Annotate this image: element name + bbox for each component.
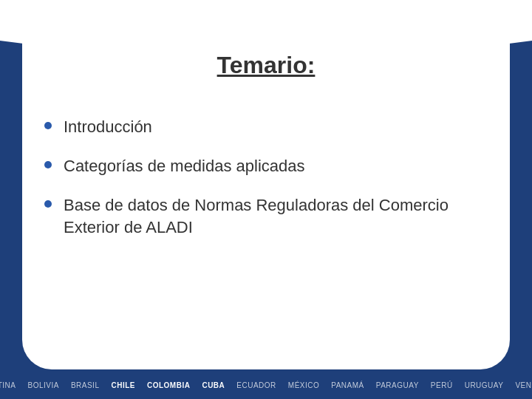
bullet-dot	[44, 122, 52, 129]
slide-container: Temario: IntroducciónCategorías de medid…	[0, 0, 532, 399]
bullet-item: Categorías de medidas aplicadas	[44, 155, 488, 178]
country-label: BOLIVIA	[21, 381, 64, 389]
country-label: PARAGUAY	[370, 381, 425, 389]
country-label: MÉXICO	[282, 381, 325, 389]
bullet-text: Introducción	[64, 116, 152, 139]
bullet-text: Categorías de medidas aplicadas	[64, 155, 305, 178]
slide-title: Temario:	[44, 52, 488, 79]
bullet-dot	[44, 161, 52, 168]
country-label: URUGUAY	[459, 381, 510, 389]
country-label: CUBA	[196, 381, 231, 389]
bullet-text: Base de datos de Normas Reguladoras del …	[64, 194, 488, 240]
country-label: ECUADOR	[231, 381, 282, 389]
content-area: Temario: IntroducciónCategorías de medid…	[44, 44, 488, 355]
bottom-bar: ARGENTINABOLIVIABRASILCHILECOLOMBIACUBAE…	[0, 371, 532, 399]
bullet-item: Introducción	[44, 116, 488, 139]
bullet-list: IntroducciónCategorías de medidas aplica…	[44, 116, 488, 239]
country-label: PANAMÁ	[325, 381, 370, 389]
country-label: ARGENTINA	[0, 381, 21, 389]
country-label: PERÚ	[425, 381, 459, 389]
country-label: CHILE	[105, 381, 141, 389]
bullet-item: Base de datos de Normas Reguladoras del …	[44, 194, 488, 240]
country-label: BRASIL	[65, 381, 106, 389]
country-label: VENEZUELA	[509, 381, 532, 389]
bullet-dot	[44, 200, 52, 208]
country-label: COLOMBIA	[141, 381, 196, 389]
